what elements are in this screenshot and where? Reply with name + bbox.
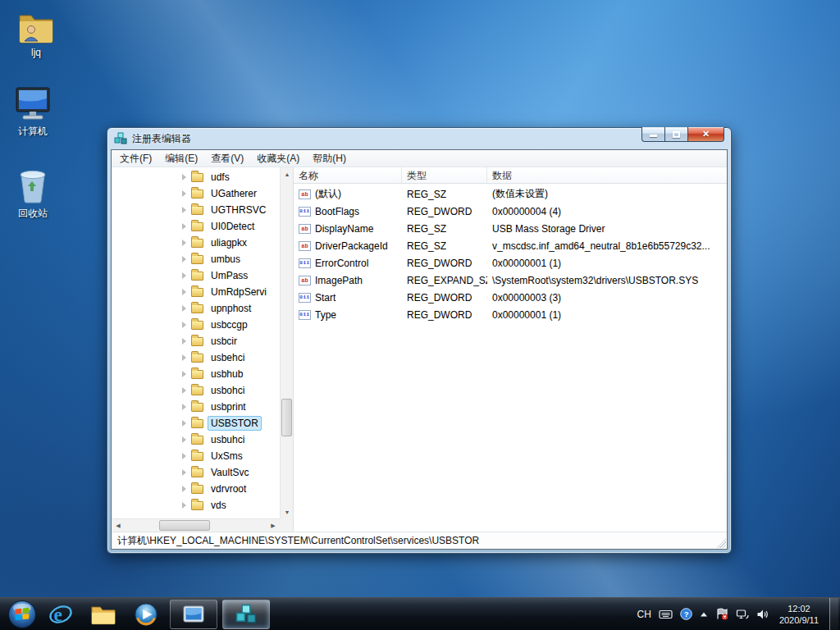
tree-item-uliagpkx[interactable]: uliagpkx (112, 235, 280, 251)
expander-icon[interactable] (182, 322, 186, 328)
expander-icon[interactable] (182, 174, 186, 180)
minimize-button[interactable] (641, 127, 665, 142)
desktop-icon-computer[interactable]: 计算机 (0, 84, 66, 139)
expander-icon[interactable] (182, 338, 186, 345)
resize-grip[interactable] (715, 537, 726, 548)
tree-item-usbprint[interactable]: usbprint (112, 399, 280, 415)
expander-icon[interactable] (182, 240, 186, 246)
registry-value-row[interactable]: 011ErrorControlREG_DWORD0x00000001 (1) (294, 254, 727, 272)
expander-icon[interactable] (182, 371, 186, 377)
registry-value-row[interactable]: 011BootFlagsREG_DWORD0x00000004 (4) (294, 203, 727, 220)
tree-item-VaultSvc[interactable]: VaultSvc (112, 464, 280, 481)
tree-item-usbohci[interactable]: usbohci (112, 382, 280, 399)
expander-icon[interactable] (182, 502, 186, 509)
tree-item-UGatherer[interactable]: UGatherer (112, 185, 280, 202)
tree-item-label[interactable]: usbcir (208, 334, 240, 349)
tree-item-USBSTOR[interactable]: USBSTOR (112, 415, 280, 431)
tree-item-label[interactable]: UxSms (208, 449, 246, 463)
tree-item-usbuhci[interactable]: usbuhci (112, 431, 280, 448)
scroll-right-arrow[interactable]: ▶ (267, 519, 280, 532)
expander-icon[interactable] (182, 420, 186, 427)
tree-item-UGTHRSVC[interactable]: UGTHRSVC (112, 202, 280, 218)
taskbar-clock[interactable]: 12:02 2020/9/11 (776, 603, 822, 626)
taskbar-explorer-button[interactable] (82, 598, 125, 630)
tree-item-label[interactable]: UI0Detect (208, 219, 258, 234)
expander-icon[interactable] (182, 354, 186, 361)
expander-icon[interactable] (182, 289, 186, 295)
desktop-icon-ljq[interactable]: ljq (3, 7, 69, 58)
tree-item-label[interactable]: usbccgp (208, 317, 251, 332)
tree-item-label[interactable]: upnphost (208, 301, 254, 316)
taskbar-media-player-button[interactable] (125, 598, 167, 630)
start-button[interactable] (5, 598, 39, 630)
tree-item-label[interactable]: usbehci (208, 350, 248, 365)
expander-icon[interactable] (182, 223, 186, 230)
hidden-icons-arrow[interactable] (700, 611, 708, 618)
scroll-down-arrow[interactable]: ▼ (281, 505, 294, 518)
tree-item-usbehci[interactable]: usbehci (112, 349, 280, 366)
expander-icon[interactable] (182, 190, 186, 197)
close-button[interactable]: ✕ (687, 127, 724, 142)
expander-icon[interactable] (182, 404, 186, 410)
horizontal-scroll-thumb[interactable] (159, 520, 210, 531)
tree-item-usbccgp[interactable]: usbccgp (112, 317, 280, 333)
taskbar-ie-button[interactable]: e (39, 598, 82, 630)
desktop-icon-recycle-bin[interactable]: 回收站 (0, 167, 66, 221)
menu-edit[interactable]: 编辑(E) (158, 149, 204, 168)
registry-value-row[interactable]: abDisplayNameREG_SZUSB Mass Storage Driv… (294, 220, 727, 237)
help-icon[interactable]: ? (680, 608, 692, 620)
tree-item-label[interactable]: UGTHRSVC (208, 203, 269, 217)
tree-item-label[interactable]: VaultSvc (208, 465, 252, 480)
language-indicator[interactable]: CH (637, 609, 651, 620)
expander-icon[interactable] (182, 453, 186, 459)
expander-icon[interactable] (182, 272, 186, 279)
expander-icon[interactable] (182, 486, 186, 492)
tree-item-udfs[interactable]: udfs (112, 169, 280, 185)
keyboard-icon[interactable] (659, 609, 673, 619)
column-header-name[interactable]: 名称 (294, 167, 402, 183)
tree-item-label[interactable]: UmRdpServi (208, 285, 270, 299)
tree-item-label[interactable]: usbohci (208, 383, 248, 398)
tree-item-label[interactable]: usbuhci (208, 432, 248, 447)
tree-item-label[interactable]: UmPass (208, 268, 251, 283)
tree-item-usbcir[interactable]: usbcir (112, 333, 280, 349)
registry-value-row[interactable]: ab(默认)REG_SZ(数值未设置) (294, 185, 727, 203)
tree-item-vds[interactable]: vds (112, 497, 280, 514)
expander-icon[interactable] (182, 436, 186, 443)
show-desktop-button[interactable] (829, 598, 838, 630)
tree-item-usbhub[interactable]: usbhub (112, 366, 280, 382)
tree-item-label[interactable]: USBSTOR (208, 416, 262, 431)
tree-item-UmPass[interactable]: UmPass (112, 267, 280, 284)
expander-icon[interactable] (182, 387, 186, 394)
network-icon[interactable] (736, 609, 749, 620)
tree-item-label[interactable]: usbprint (208, 399, 249, 414)
registry-value-row[interactable]: 011StartREG_DWORD0x00000003 (3) (294, 289, 727, 306)
expander-icon[interactable] (182, 305, 186, 312)
scroll-up-arrow[interactable]: ▲ (281, 167, 294, 180)
tree-item-upnphost[interactable]: upnphost (112, 300, 280, 317)
tree-item-label[interactable]: usbhub (208, 367, 246, 381)
column-header-data[interactable]: 数据 (487, 167, 727, 183)
taskbar-app-regedit[interactable] (222, 600, 270, 629)
tree-item-label[interactable]: UGatherer (208, 186, 260, 201)
registry-value-row[interactable]: abDriverPackageIdREG_SZv_mscdsc.inf_amd6… (294, 237, 727, 254)
tree-vertical-scrollbar[interactable]: ▲ ▼ (280, 167, 293, 518)
tree-item-label[interactable]: udfs (208, 170, 233, 185)
tree-horizontal-scrollbar[interactable]: ◀ ▶ (112, 518, 280, 532)
tree-item-umbus[interactable]: umbus (112, 251, 280, 267)
tree-item-label[interactable]: umbus (208, 252, 244, 267)
expander-icon[interactable] (182, 256, 186, 262)
column-header-type[interactable]: 类型 (402, 167, 487, 183)
registry-value-row[interactable]: 011TypeREG_DWORD0x00000001 (1) (294, 306, 727, 323)
vertical-scroll-thumb[interactable] (281, 399, 292, 436)
expander-icon[interactable] (182, 469, 186, 476)
menu-favorites[interactable]: 收藏夹(A) (250, 149, 306, 168)
tree-item-label[interactable]: uliagpkx (208, 235, 250, 250)
tree-item-UI0Detect[interactable]: UI0Detect (112, 218, 280, 235)
volume-icon[interactable] (756, 609, 769, 620)
tree-item-UxSms[interactable]: UxSms (112, 448, 280, 464)
registry-value-row[interactable]: abImagePathREG_EXPAND_SZ\SystemRoot\syst… (294, 272, 727, 289)
menu-help[interactable]: 帮助(H) (306, 149, 353, 168)
maximize-button[interactable] (665, 127, 687, 142)
tree-item-label[interactable]: vdrvroot (208, 482, 249, 496)
